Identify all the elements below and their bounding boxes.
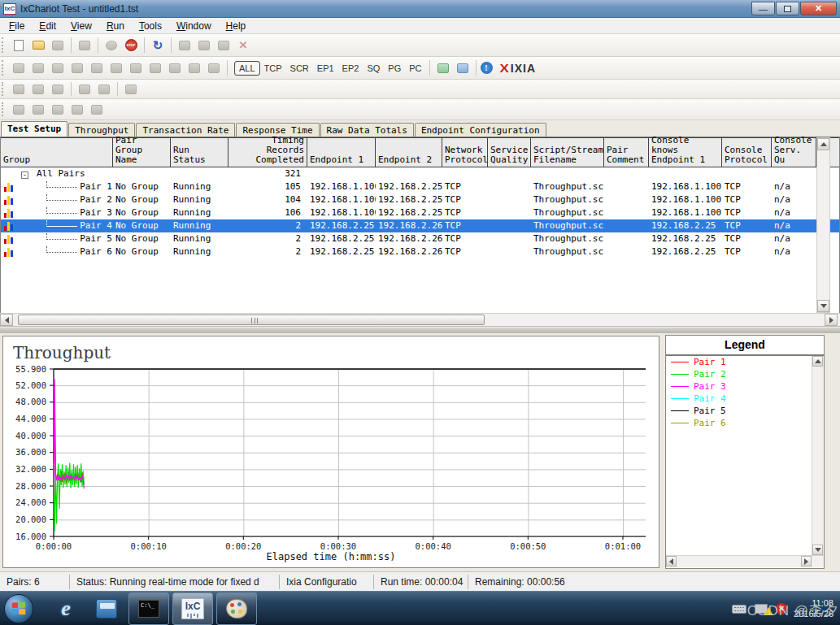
cell-endpoint2: 192.168.2.26	[376, 219, 442, 232]
menu-edit[interactable]: Edit	[32, 19, 63, 33]
legend-horizontal-scrollbar[interactable]	[666, 555, 824, 567]
input-method-icon[interactable]	[732, 605, 746, 614]
table-horizontal-scrollbar[interactable]	[0, 313, 840, 327]
scroll-thumb[interactable]	[18, 315, 485, 325]
legend-scroll-left-button[interactable]	[666, 556, 677, 566]
table-header-row: GroupPair Group NameRun StatusTiming Rec…	[1, 137, 839, 167]
scroll-left-button[interactable]	[0, 314, 13, 326]
column-header-group[interactable]: Group	[1, 138, 113, 167]
column-header-endpoint-1[interactable]: Endpoint 1	[307, 138, 376, 167]
taskbar-paint-button[interactable]	[216, 592, 257, 625]
table-row-pair-1[interactable]: Pair 1No GroupRunning105192.168.1.100192…	[1, 180, 839, 193]
taskbar-control-panel-button[interactable]	[86, 592, 127, 625]
menu-file[interactable]: File	[2, 19, 32, 33]
legend-entry-pair-1[interactable]: Pair 1	[666, 356, 824, 368]
column-header-service-quality[interactable]: Service Quality	[488, 138, 531, 167]
column-header-console-protocol[interactable]: Console Protocol	[722, 138, 772, 167]
tab-raw-data-totals[interactable]: Raw Data Totals	[320, 123, 414, 137]
legend-line-swatch	[671, 410, 689, 411]
taskbar-ixchariot-button[interactable]: IxC	[172, 592, 213, 625]
filter-ep2-button[interactable]: EP2	[338, 62, 363, 75]
move-pair-down-icon[interactable]	[434, 60, 452, 76]
legend-entry-pair-4[interactable]: Pair 4	[666, 393, 824, 405]
refresh-icon[interactable]: ↻	[149, 37, 167, 54]
menu-tools[interactable]: Tools	[132, 19, 169, 33]
column-header-console-serv-qu[interactable]: Console Serv. Qu	[772, 138, 816, 167]
legend-entry-pair-6[interactable]: Pair 6	[666, 417, 824, 429]
filter-pg-button[interactable]: PG	[384, 62, 405, 75]
pair-name: Pair 1	[80, 180, 113, 193]
view-pair-icon	[29, 81, 47, 98]
table-row-pair-4[interactable]: Pair 4No GroupRunning2192.168.2.25192.16…	[1, 219, 839, 232]
menu-view[interactable]: View	[63, 19, 99, 33]
about-ixia-icon[interactable]: !	[481, 62, 493, 74]
column-header-run-status[interactable]: Run Status	[171, 138, 228, 167]
table-vertical-scrollbar[interactable]	[816, 137, 830, 313]
legend-scroll-right-button[interactable]	[801, 556, 812, 566]
minimize-button[interactable]: —	[751, 2, 775, 15]
svg-text:55.900: 55.900	[15, 364, 46, 374]
scroll-down-button[interactable]	[817, 300, 829, 312]
table-row-pair-2[interactable]: Pair 2No GroupRunning104192.168.1.100192…	[1, 193, 839, 206]
tab-transaction-rate[interactable]: Transaction Rate	[136, 123, 235, 137]
table-row-pair-5[interactable]: Pair 5No GroupRunning2192.168.2.25192.16…	[1, 232, 839, 245]
cell-console_knows_e1: 192.168.1.100	[649, 193, 722, 206]
restore-button[interactable]	[776, 2, 799, 15]
filter-all-button[interactable]: ALL	[234, 61, 260, 76]
legend-entry-pair-3[interactable]: Pair 3	[666, 380, 824, 393]
filter-scr-button[interactable]: SCR	[286, 62, 313, 75]
table-group-row-all-pairs[interactable]: -All Pairs321	[1, 167, 839, 180]
column-header-pair-group-name[interactable]: Pair Group Name	[113, 138, 171, 167]
close-button[interactable]: ✕	[800, 2, 837, 15]
scroll-right-button[interactable]	[825, 314, 838, 326]
start-button[interactable]	[4, 594, 33, 623]
stop-test-icon[interactable]: STOP	[122, 37, 140, 54]
move-pair-up-icon[interactable]	[454, 60, 472, 76]
menu-run[interactable]: Run	[99, 19, 132, 33]
cell-script: Throughput.scr	[531, 206, 604, 219]
collapse-toggle-icon[interactable]: -	[21, 171, 28, 179]
tab-test-setup[interactable]: Test Setup	[1, 121, 67, 137]
cell-console_protocol: TCP	[722, 245, 772, 258]
check-pair-icon	[49, 81, 67, 98]
column-header-endpoint-2[interactable]: Endpoint 2	[376, 138, 442, 167]
filter-pc-button[interactable]: PC	[405, 62, 425, 75]
pane-splitter[interactable]	[0, 327, 840, 333]
table-row-pair-3[interactable]: Pair 3No GroupRunning106192.168.1.100192…	[1, 206, 839, 219]
legend-label: Pair 1	[694, 357, 726, 367]
cell-console_knows_e1: 192.168.2.25	[649, 219, 722, 232]
cell-console_serv_qu: n/a	[772, 180, 816, 193]
toolbar-grip	[2, 37, 6, 53]
tab-endpoint-configuration[interactable]: Endpoint Configuration	[415, 123, 546, 137]
legend-vertical-scrollbar[interactable]	[812, 356, 824, 555]
toolbar-pairs: ALL TCP SCR EP1 EP2 SQ PG PC ! X IXIA	[0, 57, 840, 80]
column-header-timing-records-completed[interactable]: Timing Records Completed	[228, 138, 307, 167]
scroll-up-button[interactable]	[817, 138, 829, 150]
taskbar-command-prompt-button[interactable]: C:\_	[128, 592, 169, 625]
volume-muted-icon[interactable]: ✕	[776, 603, 787, 614]
taskbar-internet-explorer-button[interactable]: e	[46, 592, 86, 625]
legend-entry-pair-5[interactable]: Pair 5	[666, 405, 824, 417]
new-test-icon[interactable]	[10, 37, 28, 54]
column-header-pair-comment[interactable]: Pair Comment	[604, 138, 649, 167]
compare-pairs-icon	[166, 60, 184, 76]
legend-scroll-up-button[interactable]	[812, 356, 823, 367]
column-header-script-stream-filename[interactable]: Script/Stream Filename	[531, 138, 604, 167]
cell-endpoint2: 192.168.2.26	[376, 245, 442, 258]
swap-results-icon	[88, 102, 106, 118]
column-header-network-protocol[interactable]: Network Protocol	[442, 138, 488, 167]
open-test-icon[interactable]	[29, 37, 47, 54]
menu-window[interactable]: Window	[169, 19, 219, 33]
cell-network_protocol: TCP	[442, 180, 488, 193]
table-row-pair-6[interactable]: Pair 6No GroupRunning2192.168.2.25192.16…	[1, 245, 839, 258]
cell-endpoint1: 192.168.2.25	[307, 219, 376, 232]
legend-scroll-down-button[interactable]	[812, 545, 823, 555]
filter-ep1-button[interactable]: EP1	[313, 62, 338, 75]
column-header-console-knows-endpoint-1[interactable]: Console knows Endpoint 1	[649, 138, 722, 167]
filter-tcp-button[interactable]: TCP	[260, 62, 286, 75]
filter-sq-button[interactable]: SQ	[363, 62, 384, 75]
taskbar-clock[interactable]: 11:08 2016/5/26	[794, 598, 833, 619]
menu-help[interactable]: Help	[219, 19, 254, 33]
legend-entry-pair-2[interactable]: Pair 2	[666, 368, 824, 380]
network-warning-icon[interactable]	[764, 607, 773, 615]
